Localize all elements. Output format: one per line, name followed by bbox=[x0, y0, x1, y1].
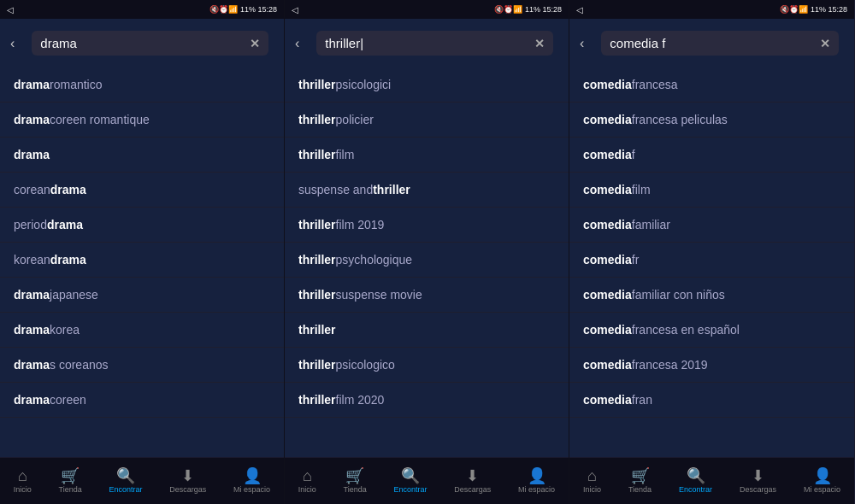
clear-button-1[interactable]: ✕ bbox=[250, 37, 260, 50]
back-button-2[interactable]: ‹ bbox=[292, 36, 303, 51]
bottom-nav-2: ⌂ Inicio 🛒 Tienda 🔍 Encontrar ⬇ Descarga… bbox=[285, 457, 569, 504]
suggestion-item[interactable]: drama coreen bbox=[0, 383, 284, 418]
nav-myspace-label-3: Mi espacio bbox=[804, 485, 840, 494]
shop-icon-2: 🛒 bbox=[345, 468, 364, 483]
nav-myspace-2[interactable]: 👤 Mi espacio bbox=[518, 468, 555, 494]
suggestion-item[interactable]: thriller film bbox=[285, 138, 569, 173]
search-bar-3: comedia f ✕ bbox=[601, 31, 839, 56]
search-area-1: ‹ drama ✕ bbox=[0, 19, 284, 67]
nav-encontrar-label-1: Encontrar bbox=[109, 485, 143, 494]
search-area-2: ‹ thriller| ✕ bbox=[285, 19, 569, 67]
suggestion-item[interactable]: comedia francesa 2019 bbox=[569, 348, 854, 383]
clear-button-3[interactable]: ✕ bbox=[820, 37, 830, 50]
download-icon-2: ⬇ bbox=[466, 468, 479, 483]
suggestion-item[interactable]: korean drama bbox=[0, 243, 284, 278]
nav-descargas-1[interactable]: ⬇ Descargas bbox=[169, 468, 206, 494]
download-icon-1: ⬇ bbox=[181, 468, 194, 483]
nav-tienda-label-3: Tienda bbox=[628, 485, 652, 494]
suggestion-item[interactable]: suspense and thriller bbox=[285, 173, 569, 208]
suggestion-item[interactable]: thriller psicologici bbox=[285, 67, 569, 103]
suggestion-item[interactable]: comedia fran bbox=[569, 383, 854, 418]
suggestion-item[interactable]: thriller film 2019 bbox=[285, 208, 569, 243]
nav-inicio-label-1: Inicio bbox=[14, 485, 32, 494]
status-left-3: ◁ bbox=[576, 5, 583, 15]
suggestion-item[interactable]: corean drama bbox=[0, 173, 284, 208]
search-bar-1: drama ✕ bbox=[32, 31, 268, 56]
suggestion-item[interactable]: comedia film bbox=[569, 173, 854, 208]
suggestion-item[interactable]: drama japanese bbox=[0, 278, 284, 313]
suggestion-item[interactable]: comedia francesa en español bbox=[569, 313, 854, 348]
suggestion-item[interactable]: thriller suspense movie bbox=[285, 278, 569, 313]
suggestion-item[interactable]: dramas coreanos bbox=[0, 348, 284, 383]
drama-panel: ◁ 🔇⏰📶 11% 15:28 ‹ drama ✕ drama romantic… bbox=[0, 0, 285, 504]
suggestion-item[interactable]: drama korea bbox=[0, 313, 284, 348]
suggestion-item[interactable]: thriller bbox=[285, 313, 569, 348]
nav-inicio-1[interactable]: ⌂ Inicio bbox=[14, 468, 32, 494]
nav-myspace-3[interactable]: 👤 Mi espacio bbox=[804, 468, 840, 494]
suggestion-item[interactable]: thriller psychologique bbox=[285, 243, 569, 278]
thriller-panel: ◁ 🔇⏰📶 11% 15:28 ‹ thriller| ✕ thriller p… bbox=[285, 0, 569, 504]
suggestion-item[interactable]: thriller policier bbox=[285, 103, 569, 138]
user-icon-3: 👤 bbox=[813, 468, 832, 483]
status-left-1: ◁ bbox=[7, 5, 14, 15]
nav-descargas-label-3: Descargas bbox=[740, 485, 776, 494]
suggestion-item[interactable]: thriller psicologico bbox=[285, 348, 569, 383]
nav-tienda-label-1: Tienda bbox=[59, 485, 82, 494]
nav-descargas-3[interactable]: ⬇ Descargas bbox=[740, 468, 776, 494]
suggestion-item[interactable]: drama bbox=[0, 138, 284, 173]
suggestion-item[interactable]: drama romantico bbox=[0, 67, 284, 103]
back-button-1[interactable]: ‹ bbox=[7, 36, 18, 51]
suggestion-item[interactable]: comedia f bbox=[569, 138, 854, 173]
search-bar-2: thriller| ✕ bbox=[316, 31, 553, 56]
nav-myspace-label-1: Mi espacio bbox=[233, 485, 270, 494]
user-icon-1: 👤 bbox=[243, 468, 262, 483]
nav-descargas-label-2: Descargas bbox=[454, 485, 491, 494]
comedia-panel: ◁ 🔇⏰📶 11% 15:28 ‹ comedia f ✕ comedia fr… bbox=[569, 0, 854, 504]
nav-inicio-3[interactable]: ⌂ Inicio bbox=[583, 468, 601, 494]
nav-encontrar-label-3: Encontrar bbox=[679, 485, 712, 494]
bottom-nav-1: ⌂ Inicio 🛒 Tienda 🔍 Encontrar ⬇ Descarga… bbox=[0, 457, 284, 504]
home-icon-2: ⌂ bbox=[303, 468, 312, 483]
bottom-nav-3: ⌂ Inicio 🛒 Tienda 🔍 Encontrar ⬇ Descarga… bbox=[569, 457, 854, 504]
download-icon-3: ⬇ bbox=[752, 468, 764, 483]
suggestion-item[interactable]: comedia familiar bbox=[569, 208, 854, 243]
suggestion-item[interactable]: drama coreen romantique bbox=[0, 103, 284, 138]
status-bar-1: ◁ 🔇⏰📶 11% 15:28 bbox=[0, 0, 284, 19]
suggestions-list-3: comedia francesa comedia francesa pelicu… bbox=[569, 67, 854, 457]
suggestion-item[interactable]: comedia familiar con niños bbox=[569, 278, 854, 313]
suggestion-item[interactable]: period drama bbox=[0, 208, 284, 243]
home-icon-1: ⌂ bbox=[18, 468, 27, 483]
nav-myspace-1[interactable]: 👤 Mi espacio bbox=[233, 468, 270, 494]
status-icons-3: 🔇⏰📶 11% 15:28 bbox=[780, 5, 847, 14]
nav-encontrar-3[interactable]: 🔍 Encontrar bbox=[679, 468, 712, 494]
suggestion-item[interactable]: thriller film 2020 bbox=[285, 383, 569, 418]
clear-button-2[interactable]: ✕ bbox=[534, 37, 545, 50]
nav-tienda-1[interactable]: 🛒 Tienda bbox=[59, 468, 82, 494]
suggestion-item[interactable]: comedia francesa peliculas bbox=[569, 103, 854, 138]
nav-encontrar-2[interactable]: 🔍 Encontrar bbox=[394, 468, 428, 494]
nav-inicio-2[interactable]: ⌂ Inicio bbox=[298, 468, 316, 494]
nav-descargas-label-1: Descargas bbox=[169, 485, 206, 494]
search-input-3[interactable]: comedia f bbox=[610, 36, 813, 50]
nav-encontrar-1[interactable]: 🔍 Encontrar bbox=[109, 468, 143, 494]
nav-myspace-label-2: Mi espacio bbox=[518, 485, 555, 494]
status-icons-2: 🔇⏰📶 11% 15:28 bbox=[494, 5, 562, 14]
suggestions-list-2: thriller psicologici thriller policier t… bbox=[285, 67, 569, 457]
home-icon-3: ⌂ bbox=[587, 468, 597, 483]
suggestion-item[interactable]: comedia fr bbox=[569, 243, 854, 278]
nav-tienda-label-2: Tienda bbox=[344, 485, 367, 494]
suggestions-list-1: drama romantico drama coreen romantique … bbox=[0, 67, 284, 457]
shop-icon-1: 🛒 bbox=[61, 468, 80, 483]
status-bar-2: ◁ 🔇⏰📶 11% 15:28 bbox=[285, 0, 569, 19]
suggestion-item[interactable]: comedia francesa bbox=[569, 67, 854, 103]
nav-tienda-2[interactable]: 🛒 Tienda bbox=[344, 468, 367, 494]
search-icon-3: 🔍 bbox=[687, 468, 705, 483]
nav-encontrar-label-2: Encontrar bbox=[394, 485, 428, 494]
nav-tienda-3[interactable]: 🛒 Tienda bbox=[628, 468, 652, 494]
search-input-2[interactable]: thriller| bbox=[325, 36, 528, 50]
search-input-1[interactable]: drama bbox=[40, 36, 243, 50]
nav-inicio-label-3: Inicio bbox=[583, 485, 601, 494]
status-bar-3: ◁ 🔇⏰📶 11% 15:28 bbox=[569, 0, 854, 19]
back-button-3[interactable]: ‹ bbox=[576, 36, 587, 51]
nav-descargas-2[interactable]: ⬇ Descargas bbox=[454, 468, 491, 494]
